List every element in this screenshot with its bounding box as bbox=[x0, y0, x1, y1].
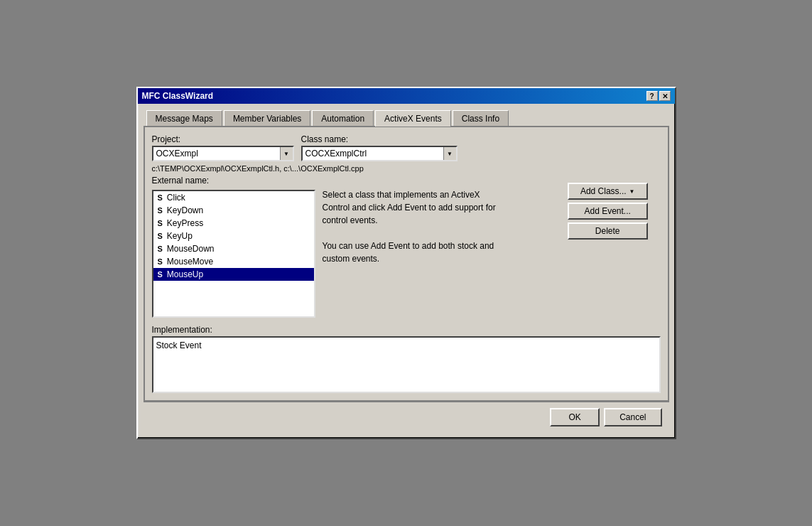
implementation-box: Stock Event bbox=[152, 336, 661, 393]
title-bar-controls: ? ✕ bbox=[646, 91, 671, 101]
external-name-label: External name: bbox=[152, 176, 315, 186]
add-event-button[interactable]: Add Event... bbox=[568, 203, 648, 220]
project-label: Project: bbox=[152, 134, 294, 144]
dialog-content: Message Maps Member Variables Automation… bbox=[138, 104, 675, 438]
mfc-classwizard-dialog: MFC ClassWizard ? ✕ Message Maps Member … bbox=[136, 87, 676, 439]
project-select[interactable]: OCXExmpl ▼ bbox=[152, 146, 294, 161]
tab-member-variables[interactable]: Member Variables bbox=[224, 110, 310, 127]
delete-label: Delete bbox=[595, 226, 620, 236]
add-class-button[interactable]: Add Class... ▼ bbox=[568, 183, 648, 200]
project-select-value: OCXExmpl bbox=[153, 148, 280, 159]
desc-line5: You can use Add Event to add both stock … bbox=[323, 241, 494, 251]
list-item-mouseup[interactable]: S MouseUp bbox=[153, 268, 314, 281]
left-panel: External name: S Click S KeyDown S KeyPr bbox=[152, 176, 315, 318]
add-event-label: Add Event... bbox=[585, 206, 631, 216]
tab-class-info[interactable]: Class Info bbox=[453, 110, 509, 127]
classname-select-value: COCXExmplCtrl bbox=[303, 148, 443, 159]
close-button[interactable]: ✕ bbox=[659, 91, 671, 101]
bottom-bar: OK Cancel bbox=[144, 402, 669, 432]
ok-label: OK bbox=[568, 412, 580, 422]
desc-line3: control events. bbox=[323, 215, 378, 225]
form-top-row: Project: OCXExmpl ▼ Class name: COCXExmp… bbox=[152, 134, 661, 161]
badge-mousemove: S bbox=[158, 257, 163, 266]
tab-content: Project: OCXExmpl ▼ Class name: COCXExmp… bbox=[144, 126, 669, 402]
help-button[interactable]: ? bbox=[646, 91, 658, 101]
classname-dropdown-arrow[interactable]: ▼ bbox=[443, 147, 456, 160]
project-field-group: Project: OCXExmpl ▼ bbox=[152, 134, 294, 161]
item-name-mousedown: MouseDown bbox=[167, 244, 215, 254]
dialog-title: MFC ClassWizard bbox=[142, 91, 214, 101]
desc-line1: Select a class that implements an Active… bbox=[323, 190, 480, 200]
item-name-keydown: KeyDown bbox=[167, 205, 203, 215]
list-item-keypress[interactable]: S KeyPress bbox=[153, 217, 314, 230]
desc-line6: custom events. bbox=[323, 254, 380, 264]
badge-mouseup: S bbox=[158, 270, 163, 279]
ok-button[interactable]: OK bbox=[550, 408, 600, 426]
description-area: Select a class that implements an Active… bbox=[323, 188, 583, 265]
list-item-mousedown[interactable]: S MouseDown bbox=[153, 242, 314, 255]
list-item-mousemove[interactable]: S MouseMove bbox=[153, 255, 314, 268]
classname-select[interactable]: COCXExmplCtrl ▼ bbox=[301, 146, 458, 161]
cancel-button[interactable]: Cancel bbox=[604, 408, 661, 426]
main-area: External name: S Click S KeyDown S KeyPr bbox=[152, 176, 661, 318]
item-name-keyup: KeyUp bbox=[167, 231, 193, 241]
title-bar: MFC ClassWizard ? ✕ bbox=[138, 88, 675, 104]
badge-click: S bbox=[158, 193, 163, 202]
implementation-label: Implementation: bbox=[152, 325, 661, 335]
add-class-dropdown-icon: ▼ bbox=[629, 188, 635, 195]
badge-keydown: S bbox=[158, 206, 163, 215]
add-class-label: Add Class... bbox=[580, 186, 627, 196]
item-name-click: Click bbox=[167, 193, 185, 203]
external-name-listbox[interactable]: S Click S KeyDown S KeyPress S bbox=[152, 190, 315, 318]
classname-field-group: Class name: COCXExmplCtrl ▼ bbox=[301, 134, 458, 161]
tab-message-maps[interactable]: Message Maps bbox=[146, 110, 222, 127]
list-item-keyup[interactable]: S KeyUp bbox=[153, 230, 314, 242]
badge-keyup: S bbox=[158, 232, 163, 240]
buttons-panel: Add Class... ▼ Add Event... Delete bbox=[568, 183, 648, 240]
filepath-text: c:\TEMP\OCXExmpl\OCXExmplCtl.h, c:\...\O… bbox=[152, 164, 661, 173]
tab-automation[interactable]: Automation bbox=[312, 110, 374, 127]
list-item-keydown[interactable]: S KeyDown bbox=[153, 204, 314, 217]
delete-button[interactable]: Delete bbox=[568, 222, 648, 240]
item-name-mousemove: MouseMove bbox=[167, 257, 213, 267]
badge-keypress: S bbox=[158, 219, 163, 227]
list-item-click[interactable]: S Click bbox=[153, 191, 314, 204]
implementation-section: Implementation: Stock Event bbox=[152, 325, 661, 393]
cancel-label: Cancel bbox=[619, 412, 646, 422]
desc-line2: Control and click Add Event to add suppo… bbox=[323, 203, 496, 213]
badge-mousedown: S bbox=[158, 245, 163, 253]
tab-strip: Message Maps Member Variables Automation… bbox=[144, 109, 669, 126]
tab-activex-events[interactable]: ActiveX Events bbox=[375, 110, 451, 127]
item-name-keypress: KeyPress bbox=[167, 218, 203, 228]
classname-label: Class name: bbox=[301, 134, 458, 144]
project-dropdown-arrow[interactable]: ▼ bbox=[280, 147, 293, 160]
item-name-mouseup: MouseUp bbox=[167, 269, 203, 279]
implementation-value: Stock Event bbox=[156, 340, 202, 350]
